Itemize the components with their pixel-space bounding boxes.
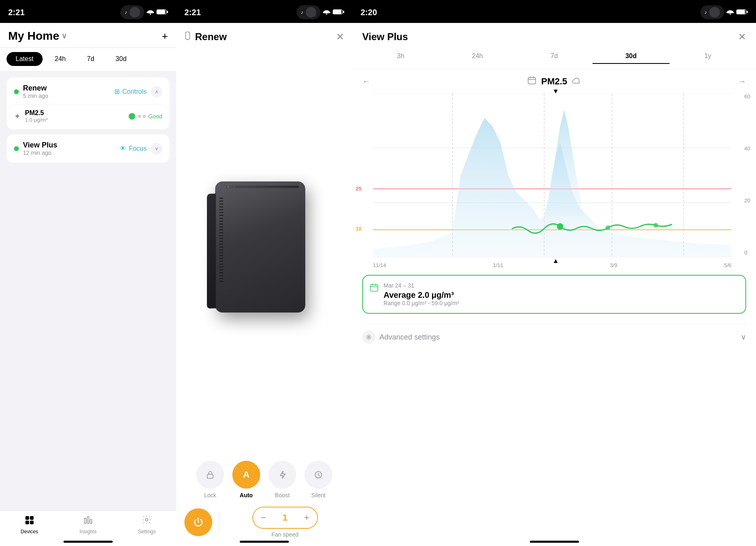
controls-icon: ⊞ <box>114 88 120 95</box>
silent-btn[interactable]: Silent <box>304 461 332 498</box>
chart-icons: PM2.5 <box>527 76 581 87</box>
battery-icon-3 <box>736 9 748 16</box>
threshold-25-label: 25 <box>356 186 361 192</box>
nav-insights[interactable]: Insights <box>59 515 117 535</box>
viewplus-info: View Plus 12 min ago <box>14 141 57 156</box>
home-chevron-icon: ∨ <box>61 32 67 41</box>
pm25-row: ✦ PM2.5 1.0 μg/m³ Good <box>14 104 162 123</box>
silent-circle[interactable] <box>304 461 332 489</box>
status-icons-1: ♪ <box>120 5 168 19</box>
status-time-1: 2:21 <box>8 8 25 17</box>
panel3-header: View Plus ✕ <box>352 23 756 49</box>
device-vents <box>218 194 224 300</box>
svg-point-35 <box>606 225 611 230</box>
svg-rect-23 <box>528 77 536 84</box>
boost-btn[interactable]: Boost <box>268 461 296 498</box>
status-pill-1: ♪ <box>120 5 144 19</box>
renew-info: Renew 5 min ago <box>14 84 48 99</box>
svg-rect-10 <box>90 519 92 523</box>
home-indicator-3 <box>530 541 579 543</box>
device-list: Renew 5 min ago ⊞ Controls ∧ ✦ PM2.5 <box>0 71 176 169</box>
speed-increase-button[interactable]: + <box>297 507 317 528</box>
y-label-60: 60 <box>745 93 750 100</box>
status-pill-3: ♪ <box>700 5 724 19</box>
chart-tab-7d[interactable]: 7d <box>516 49 593 64</box>
controls-label: Controls <box>122 88 147 95</box>
boost-circle[interactable] <box>268 461 296 489</box>
viewplus-status-dot <box>14 146 19 151</box>
info-card: Mar 24 – 31 Average 2.0 μg/m³ Range 0.0 … <box>362 275 746 314</box>
pm25-status-label: Good <box>148 113 162 120</box>
renew-row: Renew 5 min ago ⊞ Controls ∧ <box>14 84 162 99</box>
panel-1-devices: 2:21 ♪ My Home ∨ <box>0 0 176 546</box>
pill-indicator <box>129 7 140 18</box>
chart-tab-1y[interactable]: 1y <box>670 49 746 64</box>
pm25-good-dot <box>129 113 135 120</box>
pill-indicator-2 <box>306 7 316 18</box>
x-label-3: 5/6 <box>724 262 731 268</box>
svg-rect-16 <box>186 32 190 39</box>
speed-decrease-button[interactable]: − <box>253 507 274 528</box>
tab-30d[interactable]: 30d <box>107 52 136 66</box>
lock-label: Lock <box>204 492 216 498</box>
boost-label: Boost <box>275 492 290 498</box>
lock-btn[interactable]: Lock <box>196 461 224 498</box>
info-card-content: Mar 24 – 31 Average 2.0 μg/m³ Range 0.0 … <box>384 282 459 306</box>
chart-svg <box>373 93 731 257</box>
info-date-range: Mar 24 – 31 <box>384 282 459 289</box>
device-side <box>207 193 216 308</box>
renew-actions: ⊞ Controls ∧ <box>114 86 162 97</box>
svg-rect-14 <box>333 10 341 14</box>
auto-circle[interactable]: A <box>232 461 260 489</box>
advanced-settings-row[interactable]: Advanced settings ∨ <box>362 324 746 350</box>
controls-button[interactable]: ⊞ Controls <box>114 88 147 95</box>
tab-latest[interactable]: Latest <box>7 52 43 66</box>
chart-container: ▼ ▲ <box>373 93 731 259</box>
focus-button[interactable]: 👁 Focus <box>120 145 147 152</box>
svg-rect-4 <box>25 516 29 520</box>
chart-tab-24h[interactable]: 24h <box>439 49 515 64</box>
chart-tab-30d[interactable]: 30d <box>593 49 669 64</box>
battery-icon <box>157 9 168 16</box>
device-3d-image <box>207 181 322 321</box>
chart-tab-3h[interactable]: 3h <box>362 49 439 64</box>
svg-rect-21 <box>737 10 745 14</box>
device-body <box>215 181 305 313</box>
nav-settings[interactable]: Settings <box>118 515 176 535</box>
close-button-2[interactable]: ✕ <box>336 31 344 43</box>
auto-btn[interactable]: A Auto <box>232 461 260 498</box>
renew-card[interactable]: Renew 5 min ago ⊞ Controls ∧ ✦ PM2.5 <box>7 77 170 129</box>
chart-prev-button[interactable]: ← <box>362 77 370 86</box>
panel1-header: My Home ∨ + <box>0 23 176 48</box>
add-button[interactable]: + <box>162 30 168 43</box>
viewplus-card[interactable]: View Plus 12 min ago 👁 Focus ∨ <box>7 134 170 163</box>
svg-point-38 <box>368 336 370 338</box>
lock-circle[interactable] <box>196 461 224 489</box>
settings-label: Settings <box>138 529 156 535</box>
tab-7d[interactable]: 7d <box>78 52 103 66</box>
chart-next-button[interactable]: → <box>738 77 746 86</box>
viewplus-details: View Plus 12 min ago <box>23 141 57 156</box>
svg-rect-5 <box>30 516 34 520</box>
settings-icon <box>142 515 152 527</box>
renew-expand-button[interactable]: ∧ <box>151 86 162 97</box>
nav-devices[interactable]: Devices <box>0 515 59 535</box>
music-icon-3: ♪ <box>704 9 707 15</box>
home-title[interactable]: My Home ∨ <box>8 29 67 43</box>
battery-icon-2 <box>333 9 344 16</box>
insights-label: Insights <box>79 529 96 535</box>
tab-24h[interactable]: 24h <box>46 52 75 66</box>
pm25-name: PM2.5 <box>25 109 125 117</box>
status-bar-1: 2:21 ♪ <box>0 0 176 23</box>
x-label-2: 3/9 <box>610 262 618 268</box>
status-bar-2: 2:21 ♪ <box>176 0 352 23</box>
svg-rect-9 <box>87 517 89 523</box>
power-button[interactable] <box>184 508 212 536</box>
advanced-chevron-icon: ∨ <box>741 333 746 342</box>
renew-time: 5 min ago <box>23 93 48 99</box>
viewplus-expand-button[interactable]: ∨ <box>151 143 162 154</box>
advanced-left: Advanced settings <box>362 331 440 344</box>
music-icon-2: ♪ <box>301 9 303 15</box>
advanced-label: Advanced settings <box>379 333 440 342</box>
close-button-3[interactable]: ✕ <box>738 31 746 43</box>
